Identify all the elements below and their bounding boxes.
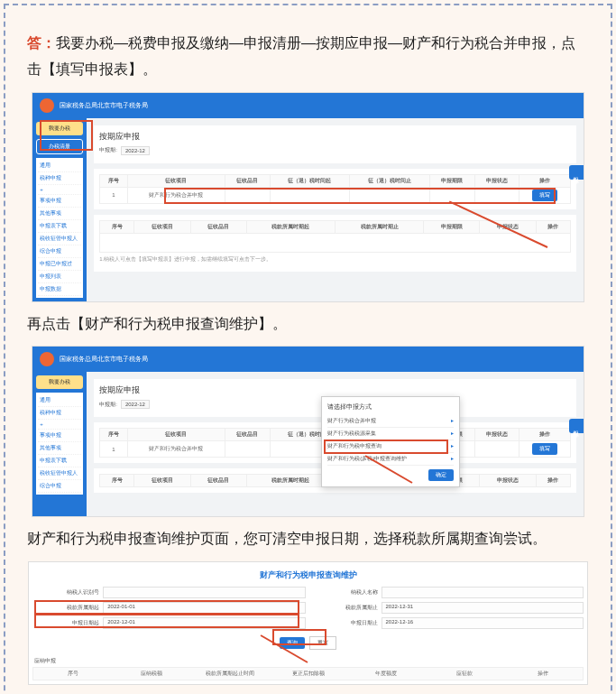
- s3-columns: 序号应纳税额税款所属期起止时间更正后扣除额年度额度应征款操作: [32, 667, 584, 680]
- modal-title: 请选择申报方式: [327, 403, 454, 412]
- logo-icon: [40, 98, 54, 113]
- sidebar-item[interactable]: 通用: [38, 394, 81, 407]
- modal-option[interactable]: 财产行为税合并申报▸: [327, 415, 454, 428]
- period-label: 申报期:: [99, 146, 117, 154]
- sidebar-item[interactable]: 税种申报: [38, 172, 81, 185]
- app-header-2: 国家税务总局北京市电子税务局: [32, 347, 584, 372]
- sidebar-item[interactable]: 申报数据: [38, 283, 81, 296]
- sidebar-2: 我要办税 通用税种申报+事项申报其他事项申报表下载税收征管申报人综合申报: [32, 372, 87, 516]
- sidebar-item[interactable]: 其他事项: [38, 442, 81, 455]
- sidebar-item[interactable]: 综合申报: [38, 245, 81, 258]
- sidebar-item[interactable]: 申报表下载: [38, 455, 81, 467]
- sidebar-item[interactable]: 申报表下载: [38, 220, 81, 233]
- right-tab-2[interactable]: 客服: [569, 419, 584, 433]
- sidebar-item[interactable]: 申报列表: [38, 271, 81, 283]
- modal-option[interactable]: 财产行为税税源采集▸: [327, 428, 454, 440]
- form-input[interactable]: [103, 587, 305, 598]
- period-label-2: 申报期:: [99, 401, 117, 409]
- header-title-2: 国家税务总局北京市电子税务局: [60, 355, 148, 364]
- sidebar-list-2: 通用税种申报+事项申报其他事项申报表下载税收征管申报人综合申报: [36, 393, 83, 495]
- sidebar-item[interactable]: 税种申报: [38, 407, 81, 420]
- s3-title: 财产和行为税申报查询维护: [32, 566, 584, 585]
- highlight-box-5: [34, 613, 299, 628]
- sidebar-main-btn-2[interactable]: 我要办税: [36, 375, 83, 389]
- modal-confirm-button[interactable]: 确定: [428, 469, 454, 481]
- panel-title-2: 按期应申报: [99, 384, 571, 396]
- modal-option[interactable]: 财产和行为税(多税)申报查询维护▸: [327, 453, 454, 466]
- header-title: 国家税务总局北京市电子税务局: [60, 101, 148, 110]
- form-input[interactable]: 2022-12-31: [382, 602, 584, 614]
- app-header: 国家税务总局北京市电子税务局: [32, 93, 584, 118]
- sidebar-item[interactable]: 申报已申报过: [38, 258, 81, 271]
- sidebar-item[interactable]: +: [38, 185, 81, 195]
- screenshot-1: 国家税务总局北京市电子税务局 我要办税 办税清册 通用税种申报+事项申报其他事项…: [32, 92, 584, 302]
- sidebar-item[interactable]: 事项申报: [38, 430, 81, 442]
- period-input[interactable]: 2022-12: [121, 146, 150, 155]
- sidebar-item[interactable]: 通用: [38, 160, 81, 172]
- para-2: 再点击【财产和行为税申报查询维护】。: [27, 311, 589, 338]
- form-input[interactable]: 2022-12-16: [382, 617, 584, 629]
- highlight-box-1: [40, 120, 93, 151]
- screenshot-3: 财产和行为税申报查询维护 纳税人识别号纳税人名称税款所属期起2022-01-01…: [28, 561, 588, 685]
- answer-para-1: 答：我要办税—税费申报及缴纳—申报清册—按期应申报—财产和行为税合并申报，点击【…: [27, 31, 589, 83]
- sidebar-item[interactable]: 税收征管申报人: [38, 467, 81, 480]
- period-input-2[interactable]: 2022-12: [121, 400, 150, 409]
- right-tab[interactable]: 客服: [569, 165, 584, 180]
- note-text: 1.纳税人可点击【填写申报表】进行申报，如需继续填写可点击下一步。: [99, 255, 571, 264]
- logo-icon: [40, 352, 54, 366]
- screenshot-2: 国家税务总局北京市电子税务局 我要办税 通用税种申报+事项申报其他事项申报表下载…: [32, 346, 584, 517]
- sidebar-item[interactable]: 其他事项: [38, 208, 81, 220]
- sidebar-item[interactable]: 事项申报: [38, 195, 81, 208]
- panel-title: 按期应申报: [99, 131, 571, 143]
- para-3: 财产和行为税申报查询维护页面，您可清空申报日期，选择税款所属期查询尝试。: [27, 526, 589, 552]
- sidebar-item[interactable]: +: [38, 420, 81, 430]
- para1-text: 我要办税—税费申报及缴纳—申报清册—按期应申报—财产和行为税合并申报，点击【填写…: [27, 35, 575, 77]
- highlight-box-2: [164, 188, 556, 204]
- sidebar-list: 通用税种申报+事项申报其他事项申报表下载税收征管申报人综合申报申报已申报过申报列…: [36, 158, 83, 298]
- highlight-box-3: [324, 440, 448, 454]
- sidebar-item[interactable]: 综合申报: [38, 480, 81, 493]
- sidebar-item[interactable]: 税收征管申报人: [38, 233, 81, 245]
- answer-label: 答：: [27, 35, 56, 51]
- form-input[interactable]: [382, 587, 584, 598]
- highlight-box-6: [272, 629, 326, 645]
